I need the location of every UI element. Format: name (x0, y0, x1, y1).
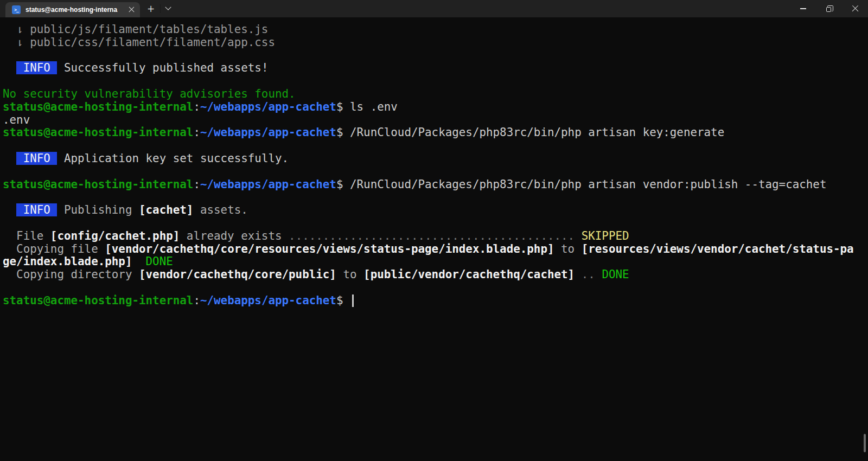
terminal-text-segment: Copying file (3, 242, 105, 255)
terminal-text-segment: ~/webapps/app-cachet (200, 126, 336, 139)
terminal-text-segment: Copying directory (3, 268, 139, 281)
terminal-text-segment: [config/cachet.php] (50, 229, 180, 242)
terminal-text-segment (3, 203, 16, 216)
tab-dropdown-button[interactable] (161, 0, 176, 17)
terminal-line (3, 165, 868, 178)
terminal-text-segment: ⇂ public/js/filament/tables/tables.js (3, 23, 268, 36)
terminal-text-segment: status@acme-hosting-internal (3, 126, 193, 139)
terminal-line: No security vulnerability advisories fou… (3, 88, 868, 101)
close-icon (852, 5, 859, 12)
terminal-line: INFO Application key set successfully. (3, 152, 868, 165)
terminal-text-segment (3, 61, 16, 74)
window-controls (790, 0, 868, 17)
terminal-line (3, 191, 868, 204)
minimize-button[interactable] (790, 0, 816, 17)
terminal-text-segment: $ (336, 294, 350, 307)
restore-button[interactable] (816, 0, 842, 17)
terminal-text-segment: File (3, 229, 50, 242)
terminal-line: status@acme-hosting-internal:~/webapps/a… (3, 101, 868, 114)
terminal-text-segment: : (193, 294, 200, 307)
terminal-text-segment (132, 255, 145, 268)
terminal-text-segment: status@acme-hosting-internal (3, 178, 193, 191)
terminal-line (3, 281, 868, 294)
terminal-cursor (352, 294, 354, 307)
terminal-text-segment (575, 268, 582, 281)
terminal-line: File [config/cachet.php] already exists … (3, 230, 868, 243)
terminal-line: status@acme-hosting-internal:~/webapps/a… (3, 294, 868, 308)
terminal-line: status@acme-hosting-internal:~/webapps/a… (3, 178, 868, 191)
terminal-text-segment: [vendor/cachethq/core/public] (139, 268, 336, 281)
terminal-text-segment: DONE (602, 268, 629, 281)
terminal-line: ge/index.blade.php] DONE (3, 255, 868, 268)
terminal-text-segment: to (554, 242, 581, 255)
terminal-text-segment: .. (582, 268, 595, 281)
chevron-down-icon (165, 4, 171, 10)
terminal-text-segment: [cachet] (139, 203, 193, 216)
tab-close-button[interactable] (125, 4, 137, 16)
terminal-text-segment (575, 229, 582, 242)
terminal-text-segment: $ /RunCloud/Packages/php83rc/bin/php art… (336, 178, 827, 191)
close-icon (129, 7, 135, 13)
minimize-icon (800, 8, 806, 9)
terminal-text-segment: No security vulnerability advisories fou… (3, 87, 296, 100)
plus-icon: + (147, 3, 155, 14)
terminal-text-segment (57, 203, 64, 216)
terminal-text-segment: ⇂ public/css/filament/filament/app.css (3, 36, 275, 49)
powershell-icon: >_ (12, 5, 21, 14)
terminal-text-segment: already exists (180, 229, 289, 242)
terminal-line: INFO Publishing [cachet] assets. (3, 204, 868, 217)
terminal-text-segment (3, 152, 16, 165)
terminal-text-segment: : (193, 126, 200, 139)
terminal-line: ⇂ public/css/filament/filament/app.css (3, 36, 868, 49)
terminal-text-segment: .env (3, 113, 30, 126)
terminal-line: status@acme-hosting-internal:~/webapps/a… (3, 126, 868, 139)
terminal-text-segment: [public/vendor/cachethq/cachet] (363, 268, 575, 281)
terminal-line (3, 217, 868, 230)
terminal-tab[interactable]: >_ status@acme-hosting-interna (5, 2, 140, 17)
close-button[interactable] (842, 0, 868, 17)
terminal-text-segment: ~/webapps/app-cachet (200, 294, 336, 307)
terminal-text-segment (595, 268, 602, 281)
terminal-text-segment: Successfully published assets! (57, 61, 268, 74)
terminal-text-segment: SKIPPED (582, 229, 629, 242)
terminal-line: .env (3, 114, 868, 127)
terminal-text-segment: status@acme-hosting-internal (3, 100, 193, 113)
terminal-text-segment: status@acme-hosting-internal (3, 294, 193, 307)
terminal-text-segment: ........................................… (289, 229, 575, 242)
terminal-text-segment: INFO (16, 152, 57, 165)
terminal-text-segment: [resources/views/vendor/cachet/status-pa (582, 242, 854, 255)
terminal-text-segment: Application key set successfully. (57, 152, 289, 165)
new-tab-button[interactable]: + (142, 0, 159, 17)
terminal-text-segment: to (336, 268, 363, 281)
terminal-text-segment: assets. (193, 203, 247, 216)
terminal-text-segment: $ /RunCloud/Packages/php83rc/bin/php art… (336, 126, 724, 139)
terminal-text-segment: INFO (16, 203, 57, 216)
titlebar: >_ status@acme-hosting-interna + (0, 0, 868, 17)
restore-icon (826, 7, 831, 12)
terminal-line (3, 75, 868, 88)
terminal-text-segment: DONE (146, 255, 173, 268)
terminal-line: INFO Successfully published assets! (3, 62, 868, 75)
terminal-text-segment: Publishing (64, 203, 139, 216)
terminal-text-segment: : (193, 100, 200, 113)
terminal-line: Copying file [vendor/cachethq/core/resou… (3, 243, 868, 256)
terminal-line (3, 49, 868, 62)
terminal-text-segment: $ ls .env (336, 100, 398, 113)
terminal-text-segment: [vendor/cachethq/core/resources/views/st… (105, 242, 554, 255)
tab-title: status@acme-hosting-interna (25, 6, 125, 14)
terminal-line (3, 139, 868, 152)
terminal-text-segment: ~/webapps/app-cachet (200, 100, 336, 113)
terminal-text-segment: ~/webapps/app-cachet (200, 178, 336, 191)
terminal-line: ⇂ public/js/filament/tables/tables.js (3, 23, 868, 36)
scrollbar-thumb[interactable] (864, 434, 866, 452)
terminal-text-segment: INFO (16, 61, 57, 74)
terminal-text-segment: ge/index.blade.php] (3, 255, 132, 268)
terminal-text-segment: : (193, 178, 200, 191)
terminal-line: Copying directory [vendor/cachethq/core/… (3, 268, 868, 281)
terminal-viewport[interactable]: ⇂ public/js/filament/tables/tables.js ⇂ … (0, 17, 868, 461)
